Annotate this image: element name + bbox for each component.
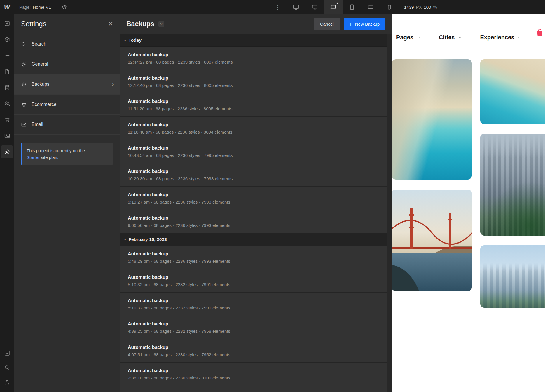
pages-icon[interactable] <box>1 65 13 78</box>
backup-item[interactable]: Automatic backup9:06:56 am · 68 pages · … <box>120 210 387 233</box>
breakpoint-desktop-icon[interactable] <box>305 0 324 14</box>
zoom-value[interactable]: 100 <box>424 5 431 10</box>
breakpoint-laptop-base-icon[interactable]: ★ <box>324 0 343 14</box>
breakpoint-mobile-landscape-icon[interactable] <box>361 0 380 14</box>
help-badge[interactable]: ? <box>158 21 164 27</box>
settings-icon[interactable] <box>1 145 13 158</box>
settings-item-email[interactable]: Email <box>14 115 120 135</box>
shopping-bag-icon[interactable] <box>535 28 544 37</box>
settings-item-label: Search <box>32 41 46 47</box>
golden-gate-illustration <box>392 190 472 291</box>
chevron-down-icon <box>517 35 522 40</box>
backup-item[interactable]: Automatic backup <box>120 386 387 392</box>
breakpoint-desktop-xl-icon[interactable] <box>287 0 305 14</box>
backup-item-details: 2:38:10 pm · 68 pages · 2230 styles · 81… <box>128 375 387 380</box>
page-selector[interactable]: Page: Home V1 <box>19 5 51 10</box>
breakpoint-tablet-icon[interactable] <box>343 0 361 14</box>
backup-item[interactable]: Automatic backup11:51:20 am · 68 pages ·… <box>120 93 387 117</box>
canvas-width-value[interactable]: 1439 <box>404 5 414 10</box>
backup-item[interactable]: Automatic backup4:39:25 pm · 68 pages · … <box>120 316 387 339</box>
preview-eye-icon[interactable] <box>62 4 68 10</box>
settings-item-label: General <box>32 62 48 67</box>
backup-item[interactable]: Automatic backup2:38:10 pm · 68 pages · … <box>120 363 387 386</box>
envelope-icon <box>21 122 27 127</box>
settings-item-general[interactable]: General <box>14 54 120 74</box>
backup-group-date: February 10, 2023 <box>129 237 167 242</box>
backup-item-title: Automatic backup <box>128 192 387 197</box>
settings-header: Settings × <box>14 14 120 34</box>
backup-item-details: 11:18:48 am · 68 pages · 2236 styles · 8… <box>128 130 387 134</box>
breakpoint-mobile-portrait-icon[interactable] <box>380 0 399 14</box>
backup-item[interactable]: Automatic backup9:19:27 am · 68 pages · … <box>120 187 387 210</box>
nav-item-cities[interactable]: Cities <box>439 34 462 41</box>
backup-item[interactable]: Automatic backup10:43:54 am · 68 pages ·… <box>120 140 387 163</box>
default-breakpoint-star-icon: ★ <box>336 2 338 5</box>
site-preview: PagesCitiesExperiences <box>392 14 545 392</box>
add-elements-icon[interactable] <box>1 17 13 30</box>
backup-item[interactable]: Automatic backup4:07:51 pm · 68 pages · … <box>120 339 387 363</box>
cart-icon <box>21 102 27 107</box>
nav-item-label: Pages <box>396 34 413 41</box>
backup-item-title: Automatic backup <box>128 169 387 174</box>
canvas-dimensions: 1439 PX 100 % <box>404 0 437 14</box>
navigator-icon[interactable] <box>1 49 13 62</box>
assets-icon[interactable] <box>1 129 13 142</box>
close-icon[interactable]: × <box>108 21 113 27</box>
settings-item-search[interactable]: Search <box>14 34 120 54</box>
settings-item-label: Ecommerce <box>32 102 56 107</box>
backup-item-details: 10:20:30 am · 68 pages · 2236 styles · 7… <box>128 176 387 181</box>
backup-list: ▾TodayAutomatic backup12:44:27 pm · 68 p… <box>120 34 387 392</box>
backup-item-details: 11:51:20 am · 68 pages · 2236 styles · 8… <box>128 106 387 111</box>
settings-panel: Settings × SearchGeneralBackups›Ecommerc… <box>14 14 120 392</box>
topbar: W Page: Home V1 ⋮ ★ 1439 PX 100 % <box>0 0 545 14</box>
settings-menu: SearchGeneralBackups›EcommerceEmail <box>14 34 120 135</box>
backup-item-title: Automatic backup <box>128 345 387 350</box>
left-toolbar-bottom <box>1 346 13 392</box>
backup-item[interactable]: Automatic backup11:18:48 am · 68 pages ·… <box>120 117 387 140</box>
settings-item-ecommerce[interactable]: Ecommerce <box>14 94 120 115</box>
community-icon[interactable] <box>1 376 13 388</box>
backups-header: Backups ? Cancel + New Backup <box>120 14 392 34</box>
backup-item[interactable]: Automatic backup12:12:40 pm · 68 pages ·… <box>120 70 387 93</box>
new-backup-label: New Backup <box>355 22 380 27</box>
plan-notice-text-after: site plan. <box>41 155 58 160</box>
plan-link[interactable]: Starter <box>27 155 40 160</box>
nav-item-label: Cities <box>439 34 455 41</box>
backup-item[interactable]: Automatic backup12:44:27 pm · 68 pages ·… <box>120 47 387 70</box>
photo-miami-beach-aerial <box>392 59 472 180</box>
more-options-icon[interactable]: ⋮ <box>274 4 282 10</box>
cms-icon[interactable] <box>1 81 13 94</box>
users-icon[interactable] <box>1 97 13 110</box>
backups-panel: Backups ? Cancel + New Backup ▾TodayAuto… <box>120 14 392 392</box>
search-icon <box>21 41 27 47</box>
backup-item-title: Automatic backup <box>128 321 387 327</box>
backup-item-title: Automatic backup <box>128 298 387 303</box>
components-icon[interactable] <box>1 33 13 46</box>
find-icon[interactable] <box>1 361 13 374</box>
nav-item-label: Experiences <box>480 34 514 41</box>
backup-item-title: Automatic backup <box>128 99 387 104</box>
plan-notice: This project is currently on the Starter… <box>21 143 113 165</box>
preview-nav: PagesCitiesExperiences <box>396 32 522 43</box>
backup-item[interactable]: Automatic backup5:10:32 pm · 68 pages · … <box>120 269 387 293</box>
nav-item-experiences[interactable]: Experiences <box>480 34 522 41</box>
backup-item-title: Automatic backup <box>128 76 387 81</box>
backup-group-header[interactable]: ▾February 10, 2023 <box>120 233 387 246</box>
backup-item-details: 5:10:32 pm · 68 pages · 2232 styles · 79… <box>128 305 387 310</box>
nav-item-pages[interactable]: Pages <box>396 34 421 41</box>
backup-item-title: Automatic backup <box>128 275 387 280</box>
backup-item[interactable]: Automatic backup5:48:29 pm · 68 pages · … <box>120 246 387 269</box>
cancel-button[interactable]: Cancel <box>314 18 340 30</box>
backup-item-details: 10:43:54 am · 68 pages · 2236 styles · 7… <box>128 153 387 158</box>
new-backup-button[interactable]: + New Backup <box>344 18 385 30</box>
backup-item-details: 5:48:29 pm · 68 pages · 2236 styles · 79… <box>128 259 387 264</box>
breakpoint-bar: ★ <box>287 0 399 14</box>
checklist-icon[interactable] <box>1 346 13 359</box>
backup-item[interactable]: Automatic backup5:10:32 pm · 68 pages · … <box>120 293 387 316</box>
photo-city-street-skyscrapers <box>480 134 545 236</box>
backup-group-header[interactable]: ▾Today <box>120 34 387 47</box>
webflow-logo-icon[interactable]: W <box>0 0 14 14</box>
ecommerce-icon[interactable] <box>1 113 13 126</box>
backup-item[interactable]: Automatic backup10:20:30 am · 68 pages ·… <box>120 163 387 187</box>
settings-item-backups[interactable]: Backups› <box>14 74 120 94</box>
